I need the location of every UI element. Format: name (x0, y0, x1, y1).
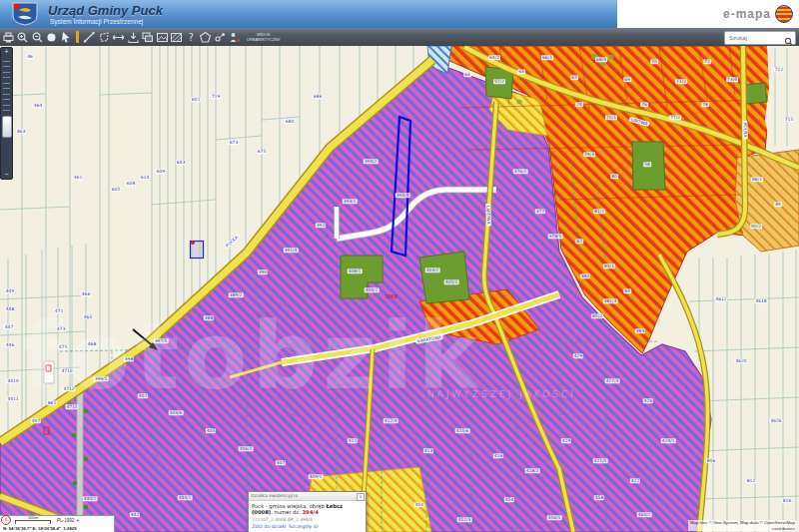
info-icon[interactable]: i (1, 515, 11, 525)
emapa-globe-icon (775, 5, 793, 23)
print-icon[interactable] (2, 30, 15, 44)
layers-icon[interactable] (141, 30, 154, 44)
popup-links: Zbliż do działkiSzczegóły iDInformacja o… (252, 524, 363, 532)
zone-top-right-cream (765, 46, 799, 150)
select-arrow-icon[interactable] (60, 30, 73, 44)
map-canvas[interactable]: fotobzik NAJWYŻSZEJ JAKOŚCI (0, 46, 799, 532)
map-attribution: Map tiles © Geo-System, Map data © OpenS… (688, 520, 797, 531)
attribution-line1: Map tiles © Geo-System, Map data © OpenS… (690, 520, 795, 525)
user-location-icon[interactable] (228, 30, 241, 44)
coordinates-icon[interactable] (214, 30, 227, 44)
search-box[interactable] (724, 31, 796, 45)
parcel-number: 394/4 (302, 509, 318, 515)
coat-of-arms-logo (10, 2, 40, 26)
popup-link[interactable]: Zbliż do działki (252, 524, 286, 529)
gallery-icon[interactable] (156, 30, 169, 44)
help-icon[interactable]: ? (185, 30, 198, 44)
svg-text:?: ? (188, 32, 193, 43)
zoom-slider[interactable]: + − (0, 47, 13, 180)
coordinates-readout: N: 54°36'36.7" E: 18°26'58.4" 1:2929 (0, 526, 114, 531)
pan-icon[interactable] (112, 30, 125, 44)
scale-bar: 100m (15, 516, 51, 524)
crs-selector[interactable]: PL-1992 ▼ (57, 518, 80, 523)
zoom-slider-ticks (3, 61, 10, 117)
gis-application: { "header": { "title": "Urząd Gminy Puck… (0, 0, 799, 532)
measure-area-icon[interactable] (98, 30, 111, 44)
parcel-info-popup: Działka ewidencyjna x Puck - gmina wiejs… (248, 491, 367, 532)
download-icon[interactable] (127, 30, 140, 44)
parcel-id: 221107_2.0008.AR_2.394/4 (252, 517, 363, 522)
chevron-down-icon: ▼ (76, 518, 80, 523)
search-input[interactable] (727, 32, 785, 44)
urban-mode-button[interactable]: WIDOK URBANISTYCZNY (247, 32, 281, 42)
zoom-in-icon[interactable] (16, 30, 29, 44)
toolbar: ? WIDOK URBANISTYCZNY (0, 28, 799, 47)
close-icon[interactable]: x (357, 493, 365, 501)
status-bar: i 100m PL-1992 ▼ N: 54°36'36.7" E: 18°26… (0, 515, 115, 532)
app-title: Urząd Gminy Puck (48, 3, 163, 18)
header: Urząd Gminy Puck System Informacji Przes… (0, 0, 799, 28)
mode-line2: URBANISTYCZNY (247, 37, 281, 42)
zoom-slider-minus-icon[interactable]: − (1, 171, 12, 179)
measure-line-icon[interactable] (83, 30, 96, 44)
draw-polygon-icon[interactable] (199, 30, 212, 44)
map-svg (0, 46, 799, 532)
building-outline (44, 361, 54, 383)
hatch-style-icon[interactable] (170, 30, 183, 44)
popup-body: Puck - gmina wiejska, obręb Łebcz (0008)… (249, 501, 366, 532)
zoom-slider-plus-icon[interactable]: + (1, 48, 12, 56)
zoom-slider-handle[interactable] (2, 116, 12, 138)
zoom-out-icon[interactable] (31, 30, 44, 44)
attribution-line2: contributors (690, 526, 795, 531)
app-subtitle: System Informacji Przestrzennej (50, 18, 143, 25)
selection-marker-dot (191, 241, 195, 245)
brand-logo[interactable]: e-mapa (723, 5, 793, 23)
brand-text: e-mapa (723, 7, 771, 21)
popup-title: Działka ewidencyjna (251, 493, 298, 498)
parcel-description: Puck - gmina wiejska, obręb Łebcz (0008)… (252, 503, 363, 516)
toolbar-separator (76, 31, 79, 43)
popup-link[interactable]: Szczegóły iD (289, 524, 318, 529)
popup-titlebar[interactable]: Działka ewidencyjna x (249, 492, 366, 501)
full-extent-icon[interactable] (45, 30, 58, 44)
